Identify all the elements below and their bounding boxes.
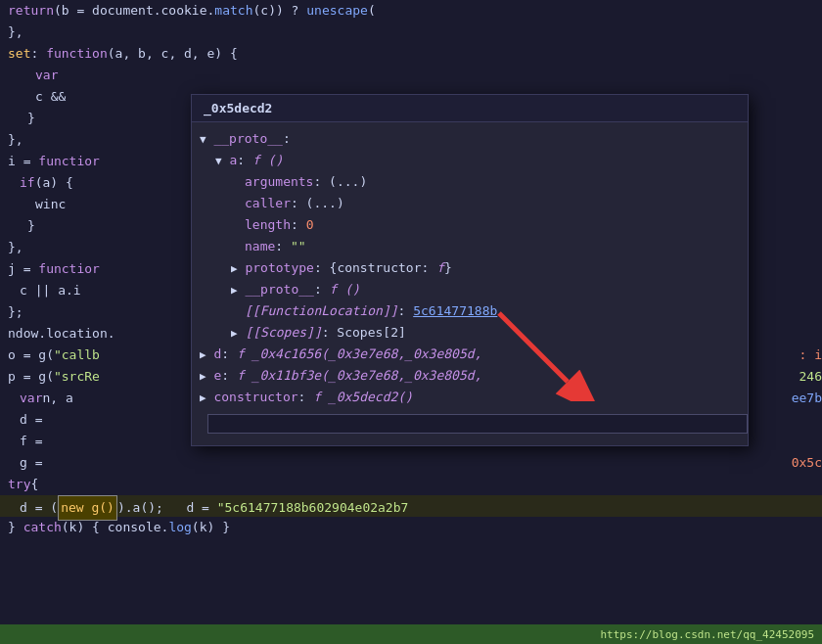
expand-icon	[200, 388, 206, 409]
tooltip-search-input[interactable]	[207, 414, 748, 434]
try-line: try {	[0, 474, 822, 495]
prop-caller-row[interactable]: caller : (...)	[192, 191, 748, 212]
prop-functionlocation-row[interactable]: [[FunctionLocation]] : 5c61477188b	[192, 299, 748, 320]
prop-proto2-row[interactable]: __proto__ : f ()	[192, 277, 748, 299]
expand-icon	[231, 323, 238, 345]
prop-colon: :	[221, 344, 237, 365]
prop-label: [[FunctionLocation]]	[245, 300, 398, 322]
function-location-link[interactable]: 5c61477188b	[413, 300, 497, 322]
expand-icon	[200, 345, 206, 366]
tooltip-body: __proto__ : a : f () arguments : (...) c…	[192, 122, 748, 445]
expand-icon	[231, 258, 238, 280]
code-line: return (b = document.cookie.match(c)) ? …	[0, 0, 822, 22]
prop-value: ""	[291, 236, 306, 257]
tooltip-panel: _0x5decd2 __proto__ : a : f () arguments…	[191, 94, 749, 446]
expand-icon	[231, 280, 238, 301]
prop-label: constructor	[206, 387, 298, 408]
prop-label: prototype	[238, 257, 314, 279]
prop-label: arguments	[245, 171, 313, 193]
prop-label: __proto__	[238, 279, 314, 300]
prop-colon: :	[237, 150, 252, 171]
prop-prototype-row[interactable]: prototype : {constructor: f }	[192, 255, 748, 277]
prop-colon: :	[314, 279, 330, 300]
prop-label: a	[222, 150, 238, 171]
code-line: set: function (a, b, c, d, e) {	[0, 43, 822, 65]
prop-arguments-row[interactable]: arguments : (...)	[192, 169, 748, 191]
status-bar: https://blog.csdn.net/qq_42452095	[0, 624, 822, 644]
prop-label: length	[245, 214, 291, 236]
prop-a-row[interactable]: a : f ()	[192, 148, 748, 169]
code-line: g =0x5c	[0, 452, 822, 474]
proto-row[interactable]: __proto__ :	[192, 126, 748, 148]
search-container	[192, 406, 748, 441]
prop-colon: :	[298, 387, 314, 408]
expand-icon	[200, 129, 206, 151]
prop-name-row[interactable]: name : ""	[192, 234, 748, 255]
prop-colon: :	[275, 236, 291, 257]
expand-icon	[200, 366, 206, 388]
prop-label: __proto__	[206, 128, 283, 150]
prop-value: f _0x4c1656(_0x3e7e68,_0x3e805d,	[237, 344, 481, 365]
prop-value: f ()	[330, 279, 360, 300]
prop-colon: :	[221, 365, 237, 387]
code-line: },	[0, 22, 822, 43]
prop-colon: : Scopes[2]	[322, 322, 406, 344]
prop-brace: }	[444, 257, 452, 279]
prop-length-row[interactable]: length : 0	[192, 212, 748, 234]
catch-line: } catch (k) { console.log(k) }	[0, 517, 822, 538]
code-line: var	[0, 65, 822, 86]
prop-colon: :	[291, 214, 306, 236]
prop-colon: : (...)	[291, 193, 344, 214]
prop-colon: :	[398, 300, 414, 322]
prop-d-row[interactable]: d : f _0x4c1656(_0x3e7e68,_0x3e805d,	[192, 342, 748, 363]
prop-label: name	[245, 236, 275, 257]
tooltip-title: _0x5decd2	[192, 95, 748, 122]
highlight-code-line: d = (new g()).a(); d = "5c61477188b60290…	[0, 495, 822, 517]
prop-constructor-row[interactable]: constructor : f _0x5decd2()	[192, 385, 748, 406]
prop-colon: : {constructor:	[314, 257, 436, 279]
prop-scopes-row[interactable]: [[Scopes]] : Scopes[2]	[192, 320, 748, 342]
status-url: https://blog.csdn.net/qq_42452095	[600, 628, 814, 641]
prop-value: f ()	[252, 150, 283, 171]
prop-label: [[Scopes]]	[238, 322, 322, 344]
prop-label: d	[206, 344, 222, 365]
prop-value: 0	[306, 214, 314, 236]
prop-label: e	[206, 365, 222, 387]
prop-colon: :	[283, 128, 291, 150]
prop-value: f _0x5decd2()	[313, 387, 413, 408]
prop-value: f _0x11bf3e(_0x3e7e68,_0x3e805d,	[237, 365, 481, 387]
prop-e-row[interactable]: e : f _0x11bf3e(_0x3e7e68,_0x3e805d,	[192, 363, 748, 385]
prop-colon: : (...)	[313, 171, 367, 193]
prop-value: f	[436, 257, 444, 279]
prop-label: caller	[245, 193, 291, 214]
expand-icon	[215, 151, 222, 172]
